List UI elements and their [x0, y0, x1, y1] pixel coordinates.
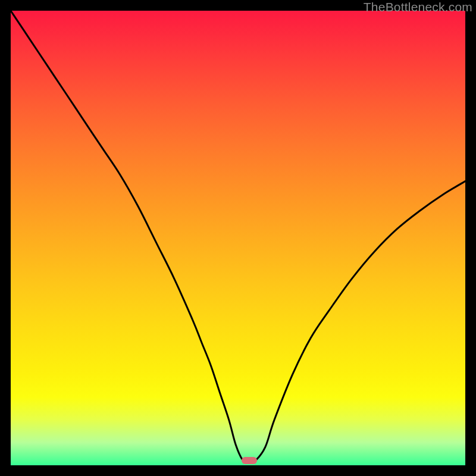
- bottleneck-marker-icon: [242, 457, 257, 464]
- chart-frame: TheBottleneck.com: [0, 0, 476, 476]
- watermark-text: TheBottleneck.com: [364, 0, 472, 14]
- plot-area: [11, 11, 465, 465]
- bottleneck-curve: [11, 11, 465, 465]
